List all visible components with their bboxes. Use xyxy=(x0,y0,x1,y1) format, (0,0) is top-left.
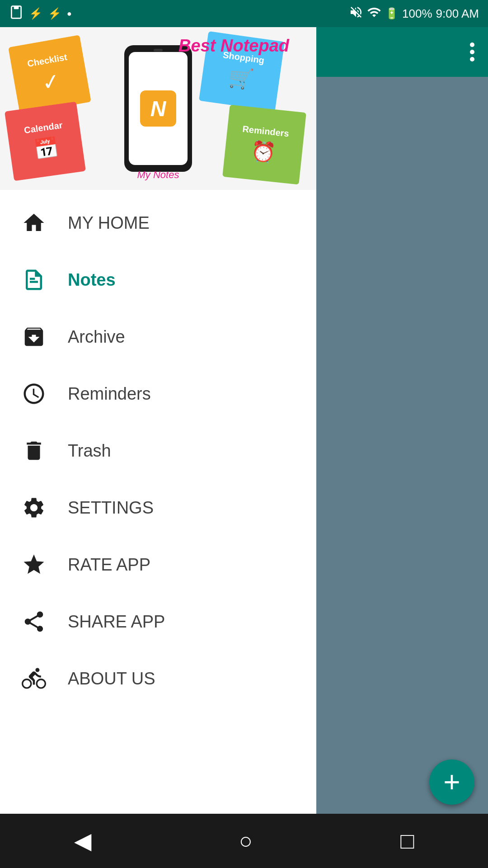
menu-item-share-app[interactable]: SHARE APP xyxy=(0,593,316,650)
drawer-banner: Checklist ✓ Shopping 🛒 Calendar 📅 Remind… xyxy=(0,27,316,190)
usb2-icon: ⚡ xyxy=(48,7,61,20)
settings-icon xyxy=(18,492,50,524)
teal-header xyxy=(298,27,488,77)
sticky-calendar-label: Calendar xyxy=(23,120,63,136)
trash-icon xyxy=(18,435,50,467)
wifi-icon xyxy=(367,5,381,23)
status-right-icons: 🔋 100% 9:00 AM xyxy=(349,5,479,23)
menu-item-rate-app[interactable]: RATE APP xyxy=(0,536,316,593)
menu-item-settings[interactable]: SETTINGS xyxy=(0,479,316,536)
sticky-calendar: Calendar 📅 xyxy=(5,102,86,181)
menu-item-archive[interactable]: Archive xyxy=(0,308,316,365)
menu-label-my-home: MY HOME xyxy=(68,213,150,233)
menu-item-trash[interactable]: Trash xyxy=(0,422,316,479)
svg-rect-2 xyxy=(30,281,38,283)
sticky-reminders-label: Reminders xyxy=(242,123,290,139)
time: 9:00 AM xyxy=(436,7,479,21)
menu-label-reminders: Reminders xyxy=(68,384,151,404)
menu-label-trash: Trash xyxy=(68,441,111,461)
menu-item-my-home[interactable]: MY HOME xyxy=(0,194,316,251)
archive-icon xyxy=(18,321,50,353)
bike-icon xyxy=(18,663,50,694)
app-logo: N xyxy=(140,90,176,127)
back-button[interactable]: ◀ xyxy=(65,819,100,863)
status-bar: ⚡ ⚡ ● 🔋 100% 9:00 AM xyxy=(0,0,488,27)
home-button[interactable]: ○ xyxy=(230,819,262,863)
menu-label-share-app: SHARE APP xyxy=(68,612,165,632)
notes-icon xyxy=(18,264,50,296)
svg-rect-3 xyxy=(30,278,35,280)
menu-item-notes[interactable]: Notes xyxy=(0,251,316,308)
share-icon xyxy=(18,606,50,637)
sticky-checklist-label: Checklist xyxy=(27,52,68,69)
overflow-menu-button[interactable] xyxy=(470,42,474,61)
menu-items-list: MY HOME Notes Archive Reminders xyxy=(0,190,316,868)
usb-icon: ⚡ xyxy=(29,7,42,20)
status-left-icons: ⚡ ⚡ ● xyxy=(9,5,72,22)
svg-rect-1 xyxy=(14,6,19,9)
sim-icon xyxy=(9,5,23,22)
menu-label-about-us: ABOUT US xyxy=(68,669,155,689)
star-icon xyxy=(18,549,50,580)
mute-icon xyxy=(349,5,363,23)
phone-graphic: N xyxy=(124,45,192,172)
menu-item-about-us[interactable]: ABOUT US xyxy=(0,650,316,707)
my-notes-label: My Notes xyxy=(137,169,179,181)
fab-plus-icon: + xyxy=(443,768,460,797)
navigation-drawer: Checklist ✓ Shopping 🛒 Calendar 📅 Remind… xyxy=(0,27,316,868)
sticky-reminders: Reminders ⏰ xyxy=(222,105,306,185)
navigation-bar: ◀ ○ □ xyxy=(0,814,488,868)
recents-button[interactable]: □ xyxy=(391,819,423,863)
menu-label-settings: SETTINGS xyxy=(68,498,154,518)
menu-label-rate-app: RATE APP xyxy=(68,555,150,575)
fab-button[interactable]: + xyxy=(429,760,474,805)
sticky-checklist: Checklist ✓ xyxy=(8,35,91,114)
battery-percent: 100% xyxy=(402,7,432,21)
menu-label-archive: Archive xyxy=(68,327,125,347)
app-title: Best Notepad xyxy=(178,36,289,56)
reminders-icon xyxy=(18,378,50,410)
home-icon xyxy=(18,207,50,239)
menu-label-notes: Notes xyxy=(68,270,116,290)
menu-item-reminders[interactable]: Reminders xyxy=(0,365,316,422)
battery-icon: 🔋 xyxy=(385,7,399,20)
circle-icon: ● xyxy=(67,9,72,19)
